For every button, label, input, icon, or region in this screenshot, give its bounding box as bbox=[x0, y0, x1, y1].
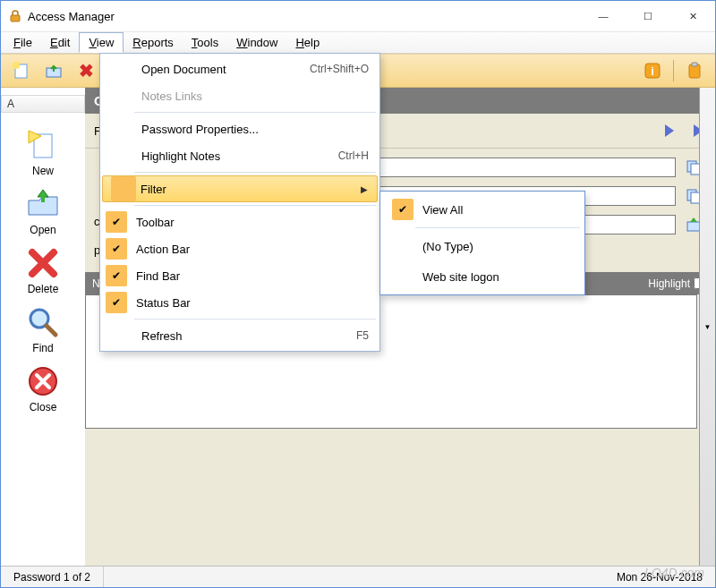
toolbar-info-button[interactable]: i bbox=[637, 57, 668, 84]
svg-marker-20 bbox=[690, 217, 697, 222]
submenu-no-type[interactable]: (No Type) bbox=[383, 231, 582, 261]
view-menu-dropdown: Open Document Ctrl+Shift+O Notes Links P… bbox=[99, 53, 380, 352]
status-date: Mon 26-Nov-2018 bbox=[604, 567, 715, 587]
menu-filter[interactable]: Filter ▶ bbox=[102, 175, 378, 202]
menu-toggle-toolbar[interactable]: ✔ Toolbar bbox=[102, 209, 378, 235]
filter-submenu: ✔ View All (No Type) Web site logon bbox=[379, 191, 585, 295]
sidebar-close[interactable]: Close bbox=[25, 363, 61, 413]
svg-rect-7 bbox=[692, 63, 697, 66]
sidebar-label: Open bbox=[30, 224, 55, 236]
check-icon: ✔ bbox=[106, 265, 127, 286]
close-button[interactable]: ✕ bbox=[670, 1, 715, 31]
svg-text:i: i bbox=[651, 64, 654, 78]
status-bar: Password 1 of 2 Mon 26-Nov-2018 bbox=[1, 566, 715, 587]
app-window: Access Manager — ☐ ✕ File Edit View Repo… bbox=[0, 0, 716, 588]
toolbar-new-button[interactable] bbox=[6, 57, 37, 84]
status-left: Password 1 of 2 bbox=[1, 567, 104, 587]
check-icon: ✔ bbox=[106, 292, 127, 313]
menu-window[interactable]: Window bbox=[227, 33, 286, 52]
sidebar-new[interactable]: New bbox=[25, 127, 61, 177]
svg-rect-0 bbox=[11, 15, 20, 21]
toolbar-clipboard-button[interactable] bbox=[679, 57, 710, 84]
magnifier-icon bbox=[25, 304, 61, 340]
titlebar: Access Manager — ☐ ✕ bbox=[1, 1, 715, 31]
play-icon[interactable] bbox=[665, 124, 674, 137]
toolbar-delete-button[interactable] bbox=[71, 57, 101, 84]
svg-rect-19 bbox=[687, 222, 700, 231]
submenu-web-site-logon[interactable]: Web site logon bbox=[383, 261, 582, 292]
chevron-down-icon[interactable]: ▼ bbox=[699, 88, 715, 566]
menu-file[interactable]: File bbox=[4, 33, 41, 52]
submenu-view-all[interactable]: ✔ View All bbox=[383, 194, 582, 225]
action-sidebar: A New Open Delete bbox=[1, 88, 85, 566]
svg-line-13 bbox=[47, 326, 55, 335]
list-column-header[interactable]: A bbox=[1, 95, 85, 113]
menubar: File Edit View Reports Tools Window Help bbox=[1, 31, 715, 54]
open-folder-icon bbox=[25, 186, 61, 222]
menu-refresh[interactable]: Refresh F5 bbox=[102, 322, 378, 349]
app-lock-icon bbox=[8, 9, 22, 23]
menu-password-properties[interactable]: Password Properties... bbox=[102, 115, 378, 142]
minimize-button[interactable]: — bbox=[581, 1, 626, 31]
menu-edit[interactable]: Edit bbox=[41, 33, 79, 52]
sidebar-label: Delete bbox=[28, 283, 59, 295]
sidebar-label: New bbox=[32, 165, 54, 177]
sidebar-label: Find bbox=[32, 342, 53, 354]
menu-toggle-status-bar[interactable]: ✔ Status Bar bbox=[102, 289, 378, 316]
menu-notes-links: Notes Links bbox=[102, 82, 378, 109]
sidebar-open[interactable]: Open bbox=[25, 186, 61, 236]
check-icon: ✔ bbox=[106, 211, 127, 233]
svg-point-2 bbox=[13, 62, 20, 69]
menu-toggle-find-bar[interactable]: ✔ Find Bar bbox=[102, 262, 378, 289]
close-circle-icon bbox=[25, 363, 61, 399]
delete-x-icon bbox=[25, 245, 61, 281]
toolbar-open-button[interactable] bbox=[38, 57, 69, 84]
sidebar-label: Close bbox=[30, 401, 57, 413]
window-title: Access Manager bbox=[28, 10, 115, 23]
sidebar-delete[interactable]: Delete bbox=[25, 245, 61, 295]
menu-open-document[interactable]: Open Document Ctrl+Shift+O bbox=[102, 55, 378, 82]
svg-rect-11 bbox=[41, 195, 45, 202]
menu-tools[interactable]: Tools bbox=[183, 33, 227, 52]
menu-help[interactable]: Help bbox=[286, 33, 328, 52]
menu-view[interactable]: View bbox=[79, 32, 124, 53]
check-icon: ✔ bbox=[106, 238, 127, 260]
menu-toggle-action-bar[interactable]: ✔ Action Bar bbox=[102, 235, 378, 262]
maximize-button[interactable]: ☐ bbox=[626, 1, 670, 31]
window-controls: — ☐ ✕ bbox=[581, 1, 715, 31]
sidebar-find[interactable]: Find bbox=[25, 304, 61, 354]
menu-highlight-notes[interactable]: Highlight Notes Ctrl+H bbox=[102, 142, 378, 169]
highlight-label: Highlight bbox=[648, 277, 690, 290]
menu-reports[interactable]: Reports bbox=[124, 33, 183, 52]
new-document-icon bbox=[25, 127, 61, 163]
check-icon: ✔ bbox=[392, 199, 413, 220]
